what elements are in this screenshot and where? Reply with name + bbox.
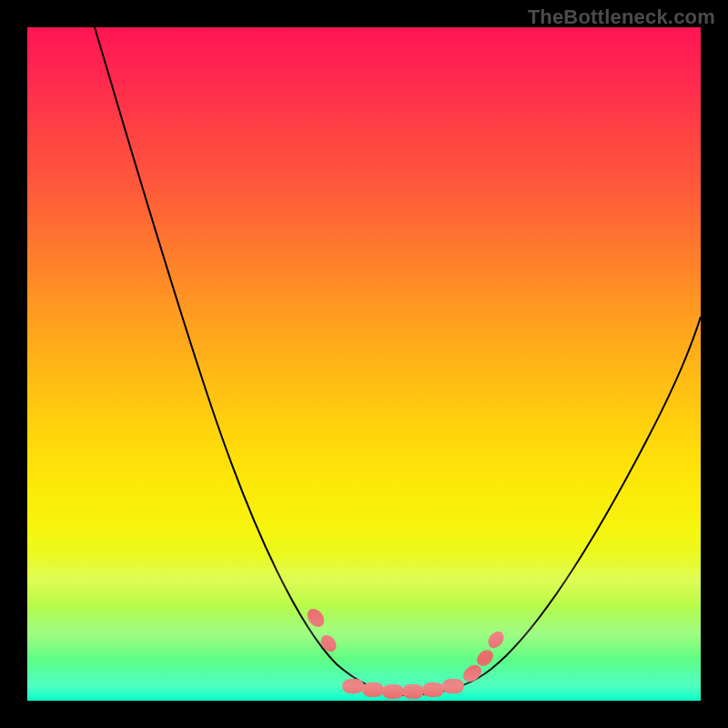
marker-dot	[318, 632, 339, 655]
watermark-text: TheBottleneck.com	[528, 5, 715, 29]
marker-link	[342, 679, 364, 693]
marker-link	[362, 682, 384, 697]
curve-layer	[27, 27, 701, 701]
sausage-markers	[304, 605, 507, 699]
marker-dot	[485, 629, 507, 652]
right-curve	[404, 317, 701, 695]
plot-area	[27, 27, 701, 701]
marker-link	[382, 684, 404, 699]
marker-link	[442, 679, 464, 693]
marker-link	[422, 682, 444, 697]
left-curve	[95, 27, 404, 695]
marker-link	[402, 684, 424, 699]
chart-frame: TheBottleneck.com	[0, 0, 728, 728]
